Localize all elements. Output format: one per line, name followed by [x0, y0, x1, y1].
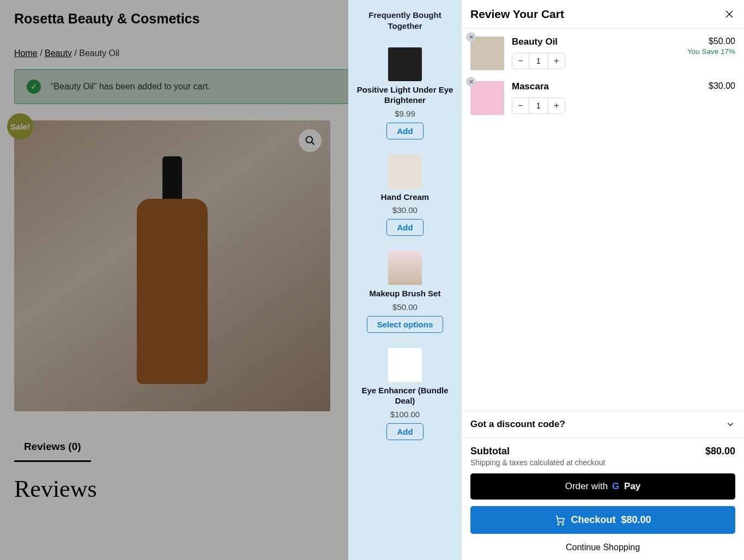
fbt-select-options-button[interactable]: Select options	[367, 316, 444, 333]
fbt-add-button[interactable]: Add	[386, 219, 423, 236]
cart-item-thumb	[470, 81, 504, 115]
qty-increment-button[interactable]: +	[548, 98, 565, 113]
fbt-price: $9.99	[395, 109, 415, 118]
cart-item: ✕ Mascara − 1 + $30.00	[470, 81, 735, 115]
cart-item-price: $30.00	[709, 81, 735, 91]
checkout-total: $80.00	[621, 514, 651, 526]
fbt-item: Hand Cream $30.00 Add	[381, 155, 429, 236]
fbt-thumb	[388, 348, 422, 382]
discount-label: Got a discount code?	[470, 419, 565, 430]
cart-item-name: Beauty Oil	[512, 36, 680, 47]
cart-drawer: Frequently Bought Together Positive Ligh…	[348, 0, 744, 560]
qty-decrement-button[interactable]: −	[512, 98, 529, 113]
order-with-label: Order with	[565, 481, 608, 492]
cart-title: Review Your Cart	[470, 8, 564, 21]
fbt-item: Positive Light Under Eye Brightener $9.9…	[356, 47, 454, 139]
qty-decrement-button[interactable]: −	[512, 53, 529, 69]
fbt-thumb	[388, 251, 422, 285]
cart-item-price: $50.00	[687, 36, 735, 46]
subtotal-row: Subtotal $80.00	[462, 438, 744, 458]
cart-panel: Review Your Cart ✕ Beauty Oil − 1 +	[462, 0, 744, 560]
fbt-price: $100.00	[390, 410, 420, 419]
fbt-title: Frequently Bought Together	[356, 10, 454, 32]
qty-increment-button[interactable]: +	[548, 53, 565, 69]
shipping-note: Shipping & taxes calculated at checkout	[462, 458, 744, 473]
fbt-price: $50.00	[392, 302, 418, 312]
quantity-stepper: − 1 +	[512, 98, 565, 114]
fbt-name: Eye Enhancer (Bundle Deal)	[356, 385, 454, 406]
cart-header: Review Your Cart	[462, 0, 744, 29]
fbt-add-button[interactable]: Add	[386, 423, 423, 440]
cart-item-save: You Save 17%	[687, 47, 735, 56]
fbt-price: $30.00	[392, 205, 418, 215]
cart-item: ✕ Beauty Oil − 1 + $50.00 You Save 17%	[470, 36, 735, 70]
fbt-item: Eye Enhancer (Bundle Deal) $100.00 Add	[356, 348, 454, 440]
fbt-item: Makeup Brush Set $50.00 Select options	[367, 251, 444, 333]
remove-item-button[interactable]: ✕	[466, 32, 476, 42]
cart-item-thumb	[470, 36, 504, 70]
checkout-button[interactable]: Checkout $80.00	[470, 506, 735, 534]
svg-point-4	[558, 524, 560, 525]
subtotal-label: Subtotal	[470, 446, 510, 457]
chevron-down-icon	[725, 419, 735, 429]
order-with-gpay-button[interactable]: Order with G Pay	[470, 473, 735, 500]
subtotal-value: $80.00	[705, 446, 735, 457]
gpay-icon: G Pay	[612, 481, 640, 492]
close-button[interactable]	[724, 9, 734, 19]
cart-item-name: Mascara	[512, 81, 701, 92]
discount-code-toggle[interactable]: Got a discount code?	[462, 411, 744, 438]
remove-item-button[interactable]: ✕	[466, 77, 476, 87]
fbt-name: Hand Cream	[381, 192, 429, 203]
qty-value: 1	[529, 98, 548, 113]
fbt-thumb	[388, 47, 422, 81]
frequently-bought-together: Frequently Bought Together Positive Ligh…	[348, 0, 462, 560]
quantity-stepper: − 1 +	[512, 53, 565, 69]
cart-footer: Got a discount code? Subtotal $80.00 Shi…	[462, 411, 744, 560]
cart-icon	[554, 515, 565, 526]
cart-items: ✕ Beauty Oil − 1 + $50.00 You Save 17%	[462, 29, 744, 411]
fbt-thumb	[388, 155, 422, 188]
continue-shopping-link[interactable]: Continue Shopping	[462, 540, 744, 560]
fbt-name: Makeup Brush Set	[370, 288, 441, 299]
fbt-name: Positive Light Under Eye Brightener	[356, 84, 454, 106]
checkout-label: Checkout	[571, 514, 615, 526]
fbt-add-button[interactable]: Add	[386, 123, 423, 139]
svg-point-5	[562, 524, 564, 525]
qty-value: 1	[529, 53, 548, 69]
close-icon	[724, 9, 734, 19]
